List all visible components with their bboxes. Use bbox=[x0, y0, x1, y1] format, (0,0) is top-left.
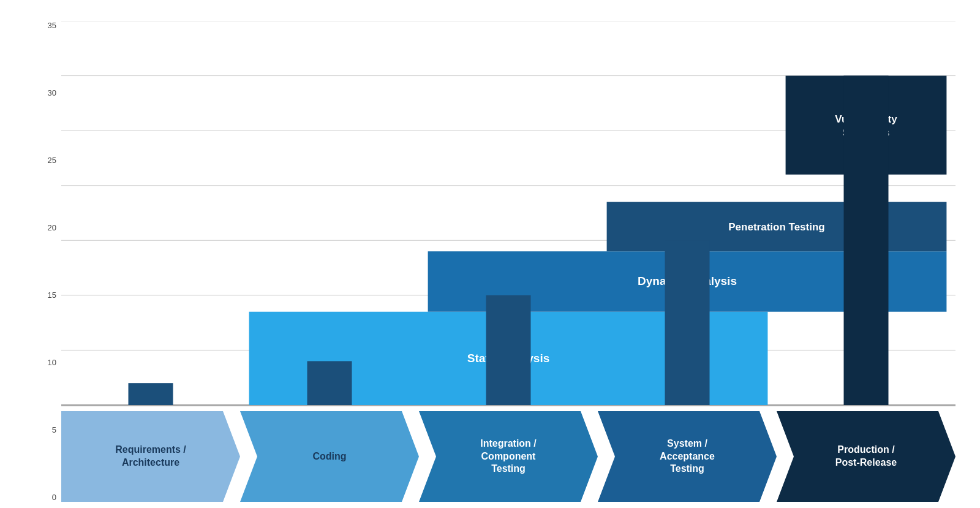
chart-container: 35302520151050 Static AnalysisDynamic An… bbox=[37, 12, 956, 502]
y-axis-label: 0 bbox=[52, 493, 56, 502]
phase-label-requirements: Requirements / Architecture bbox=[93, 444, 208, 469]
svg-rect-12 bbox=[129, 383, 173, 405]
y-axis-label: 25 bbox=[48, 156, 56, 165]
bars-svg: Static AnalysisDynamic AnalysisPenetrati… bbox=[61, 21, 956, 405]
phase-integration: Integration / Component Testing bbox=[419, 411, 598, 502]
phase-label-system: System / Acceptance Testing bbox=[638, 438, 737, 476]
phase-system: System / Acceptance Testing bbox=[598, 411, 777, 502]
y-axis-label: 35 bbox=[48, 21, 56, 30]
phase-coding: Coding bbox=[240, 411, 419, 502]
phase-production: Production / Post-Release bbox=[777, 411, 956, 502]
y-axis-label: 5 bbox=[52, 425, 56, 434]
y-axis-label: 10 bbox=[48, 358, 56, 367]
svg-rect-16 bbox=[844, 76, 889, 405]
phases-row: Requirements / ArchitectureCodingIntegra… bbox=[61, 411, 956, 502]
phase-label-production: Production / Post-Release bbox=[813, 444, 919, 469]
phase-label-coding: Coding bbox=[290, 450, 368, 463]
svg-rect-13 bbox=[307, 361, 352, 405]
chart-area: 35302520151050 Static AnalysisDynamic An… bbox=[37, 21, 956, 502]
phase-requirements: Requirements / Architecture bbox=[61, 411, 240, 502]
y-axis-label: 15 bbox=[48, 290, 56, 300]
y-axis-label: 30 bbox=[48, 88, 56, 97]
y-axis: 35302520151050 bbox=[37, 21, 61, 502]
bar-label: Penetration Testing bbox=[728, 221, 824, 233]
bars-area: Static AnalysisDynamic AnalysisPenetrati… bbox=[61, 21, 956, 406]
y-axis-label: 20 bbox=[48, 223, 56, 232]
svg-rect-14 bbox=[486, 295, 531, 405]
svg-rect-15 bbox=[665, 240, 710, 405]
phase-label-integration: Integration / Component Testing bbox=[458, 438, 559, 476]
chart-main: Static AnalysisDynamic AnalysisPenetrati… bbox=[61, 21, 956, 502]
